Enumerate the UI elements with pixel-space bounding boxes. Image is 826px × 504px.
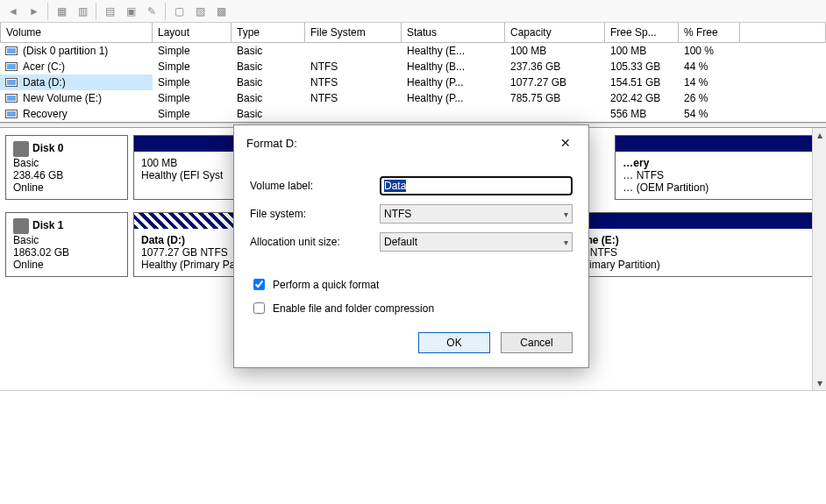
column-header[interactable]: Volume — [0, 23, 153, 43]
quick-format-check-input[interactable] — [253, 279, 265, 290]
volume-cell: 1077.27 GB — [505, 75, 605, 90]
volume-cell — [305, 106, 402, 122]
volume-cell: 54 % — [679, 106, 740, 122]
volume-cell: NTFS — [305, 75, 402, 90]
drive-icon — [5, 94, 18, 103]
volume-cell: 154.51 GB — [605, 75, 679, 90]
volume-cell: NTFS — [305, 59, 402, 75]
volume-cell — [740, 90, 826, 106]
volume-cell: Acer (C:) — [0, 59, 153, 75]
volume-row[interactable]: New Volume (E:)SimpleBasicNTFSHealthy (P… — [0, 90, 826, 106]
allocation-unit-label: Allocation unit size: — [250, 236, 380, 248]
disk-icon — [13, 218, 29, 234]
partition[interactable]: …ery… NTFS… (OEM Partition) — [615, 135, 815, 200]
toolbar: ◄ ► ▦ ▥ ▤ ▣ ✎ ▢ ▨ ▩ — [0, 0, 826, 23]
file-system-select[interactable]: NTFS ▾ — [380, 204, 573, 224]
disk-icon — [13, 141, 29, 157]
toolbar-icon-3[interactable]: ▤ — [100, 3, 119, 20]
volume-list-header: VolumeLayoutTypeFile SystemStatusCapacit… — [0, 23, 826, 43]
column-header[interactable]: Status — [402, 23, 505, 43]
toolbar-forward-icon[interactable]: ► — [25, 3, 44, 20]
disk-meta[interactable]: Disk 1Basic1863.02 GBOnline — [5, 212, 128, 277]
volume-cell: 26 % — [679, 90, 740, 106]
volume-cell: 237.36 GB — [505, 59, 605, 75]
toolbar-back-icon[interactable]: ◄ — [4, 3, 23, 20]
volume-cell: Basic — [231, 59, 305, 75]
volume-cell — [740, 106, 826, 122]
disk-meta[interactable]: Disk 0Basic238.46 GBOnline — [5, 135, 128, 200]
volume-list: VolumeLayoutTypeFile SystemStatusCapacit… — [0, 23, 826, 123]
volume-cell: Healthy (P... — [402, 75, 505, 90]
volume-cell — [740, 75, 826, 90]
volume-cell — [740, 59, 826, 75]
scroll-down-icon[interactable]: ▾ — [813, 376, 826, 390]
volume-cell — [740, 43, 826, 59]
chevron-down-icon: ▾ — [564, 209, 568, 219]
volume-cell: Simple — [153, 43, 231, 59]
cancel-button[interactable]: Cancel — [501, 332, 573, 353]
volume-row[interactable]: (Disk 0 partition 1)SimpleBasicHealthy (… — [0, 43, 826, 59]
column-header[interactable]: File System — [305, 23, 402, 43]
volume-cell: Simple — [153, 90, 231, 106]
volume-cell: 100 MB — [505, 43, 605, 59]
volume-cell: Basic — [231, 90, 305, 106]
volume-cell — [402, 106, 505, 122]
column-header[interactable]: Free Sp... — [605, 23, 679, 43]
volume-cell: NTFS — [305, 90, 402, 106]
volume-cell: Simple — [153, 75, 231, 90]
volume-cell: Recovery — [0, 106, 153, 122]
volume-row[interactable]: Acer (C:)SimpleBasicNTFSHealthy (B...237… — [0, 59, 826, 75]
volume-cell: 202.42 GB — [605, 90, 679, 106]
dialog-title: Format D: — [246, 137, 297, 150]
volume-cell: 100 % — [679, 43, 740, 59]
toolbar-icon-6[interactable]: ▢ — [169, 3, 189, 20]
ok-button[interactable]: OK — [418, 332, 490, 353]
quick-format-label: Perform a quick format — [273, 279, 379, 291]
volume-cell: Healthy (B... — [402, 59, 505, 75]
volume-label-input[interactable] — [380, 176, 573, 195]
toolbar-icon-7[interactable]: ▨ — [190, 3, 210, 20]
volume-cell: Basic — [231, 106, 305, 122]
chevron-down-icon: ▾ — [564, 238, 568, 247]
dialog-close-button[interactable]: ✕ — [553, 132, 578, 153]
volume-cell: (Disk 0 partition 1) — [0, 43, 153, 59]
volume-cell: 785.75 GB — [505, 90, 605, 106]
column-header[interactable]: Layout — [153, 23, 231, 43]
volume-cell: 105.33 GB — [605, 59, 679, 75]
compression-check-input[interactable] — [253, 302, 265, 314]
drive-icon — [5, 110, 18, 118]
toolbar-icon-5[interactable]: ✎ — [142, 3, 161, 20]
volume-cell: 100 MB — [605, 43, 679, 59]
volume-cell — [305, 43, 402, 59]
volume-label-label: Volume label: — [250, 180, 380, 192]
volume-cell: Simple — [153, 106, 231, 122]
scroll-up-icon[interactable]: ▴ — [813, 128, 826, 142]
scrollbar[interactable]: ▴ ▾ — [812, 128, 826, 390]
volume-cell: 44 % — [679, 59, 740, 75]
toolbar-icon-4[interactable]: ▣ — [121, 3, 140, 20]
column-header[interactable]: Capacity — [505, 23, 605, 43]
allocation-unit-value: Default — [384, 236, 417, 248]
volume-row[interactable]: Data (D:)SimpleBasicNTFSHealthy (P...107… — [0, 75, 826, 90]
volume-cell: Healthy (P... — [402, 90, 505, 106]
column-header[interactable]: % Free — [679, 23, 740, 43]
volume-cell: Healthy (E... — [402, 43, 505, 59]
toolbar-icon-1[interactable]: ▦ — [52, 3, 71, 20]
toolbar-icon-8[interactable]: ▩ — [211, 3, 231, 20]
column-header-blank — [740, 23, 826, 43]
column-header[interactable]: Type — [231, 23, 305, 43]
volume-cell — [505, 106, 605, 122]
compression-checkbox[interactable]: Enable file and folder compression — [250, 300, 573, 316]
format-dialog: Format D: ✕ Volume label: File system: N… — [233, 124, 589, 368]
allocation-unit-select[interactable]: Default ▾ — [380, 232, 573, 252]
volume-cell: Basic — [231, 43, 305, 59]
drive-icon — [5, 46, 18, 55]
compression-label: Enable file and folder compression — [273, 302, 434, 315]
volume-cell: Simple — [153, 59, 231, 75]
drive-icon — [5, 62, 18, 71]
toolbar-icon-2[interactable]: ▥ — [73, 3, 92, 20]
volume-row[interactable]: RecoverySimpleBasic556 MB54 % — [0, 106, 826, 122]
file-system-label: File system: — [250, 208, 380, 220]
drive-icon — [5, 78, 18, 87]
quick-format-checkbox[interactable]: Perform a quick format — [250, 276, 573, 293]
